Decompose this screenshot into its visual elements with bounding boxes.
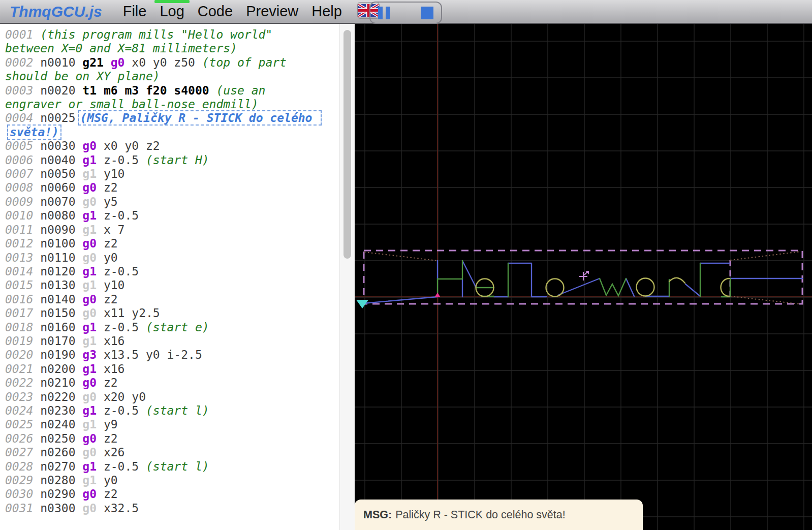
menu-item-code[interactable]: Code bbox=[191, 0, 239, 23]
gcode-line: 0018 n0160 g1 z-0.5 (start e) bbox=[5, 321, 325, 334]
gcode-line: 0016 n0140 g0 z2 bbox=[5, 293, 325, 306]
gcode-token: n0060 bbox=[40, 181, 82, 194]
gcode-token: n0270 bbox=[40, 460, 82, 473]
gcode-line: 0028 n0270 g1 z-0.5 (start l) bbox=[5, 460, 325, 474]
gcode-line: 0005 n0030 g0 x0 y0 z2 bbox=[5, 139, 325, 153]
menu-item-help[interactable]: Help bbox=[305, 0, 349, 23]
gcode-line: 0027 n0260 g0 x26 bbox=[5, 446, 325, 459]
gcode-token: n0025 bbox=[40, 111, 75, 124]
gcode-token: n0030 bbox=[40, 139, 82, 152]
line-number: 0014 bbox=[5, 265, 40, 278]
gcode-token: y9 bbox=[104, 418, 118, 431]
gcode-token: g0 bbox=[82, 139, 104, 152]
gcode-token: y10 bbox=[104, 167, 125, 180]
stop-button[interactable] bbox=[421, 7, 433, 19]
gcode-line: 0010 n0080 g1 z-0.5 bbox=[5, 209, 325, 223]
gcode-token: n0070 bbox=[40, 195, 82, 208]
msg-overlay: MSG: Paličky R - STICK do celého světa! bbox=[355, 500, 643, 530]
gcode-token: g21 bbox=[82, 56, 110, 69]
code-scrollbar[interactable] bbox=[339, 24, 355, 530]
gcode-token: n0040 bbox=[40, 153, 82, 167]
gcode-token: g0 bbox=[82, 376, 104, 389]
gcode-line: 0007 n0050 g1 y10 bbox=[5, 167, 325, 181]
line-number: 0012 bbox=[5, 237, 40, 250]
comment: (start l) bbox=[146, 404, 209, 417]
gcode-token: t1 m6 m3 f20 s4000 bbox=[82, 84, 216, 97]
line-number: 0003 bbox=[5, 84, 40, 97]
gcode-line: 0012 n0100 g0 z2 bbox=[5, 237, 325, 251]
gcode-token: x20 y0 bbox=[104, 390, 146, 403]
comment: (start l) bbox=[146, 460, 209, 473]
gcode-line: 0003 n0020 t1 m6 m3 f20 s4000 (use an en… bbox=[5, 84, 325, 112]
menu-bar: ThmqGCU.js FileLogCodePreviewHelp bbox=[0, 0, 812, 24]
toolpath-viewer[interactable] bbox=[355, 24, 812, 530]
gcode-token: x13.5 y0 i-2.5 bbox=[104, 348, 202, 361]
gcode-token: z2 bbox=[104, 181, 118, 194]
gcode-token: g1 bbox=[82, 418, 104, 431]
gcode-token: z-0.5 bbox=[104, 321, 146, 334]
gcode-token: n0220 bbox=[40, 390, 82, 403]
gcode-token: n0200 bbox=[40, 362, 82, 376]
line-number: 0031 bbox=[5, 502, 40, 515]
gcode-line: 0025 n0240 g1 y9 bbox=[5, 418, 325, 431]
gcode-token: g0 bbox=[82, 306, 104, 320]
menu-item-file[interactable]: File bbox=[116, 0, 153, 23]
menu-item-log[interactable]: Log bbox=[153, 0, 191, 23]
line-number: 0025 bbox=[5, 418, 40, 431]
gcode-token: g0 bbox=[82, 432, 104, 445]
gcode-line: 0011 n0090 g1 x 7 bbox=[5, 223, 325, 237]
gcode-token: y10 bbox=[104, 278, 125, 292]
gcode-token: y5 bbox=[104, 195, 118, 208]
app-title: ThmqGCU.js bbox=[10, 0, 102, 23]
line-number: 0010 bbox=[5, 209, 40, 222]
gcode-line: 0002 n0010 g21 g0 x0 y0 z50 (top of part… bbox=[5, 56, 325, 84]
gcode-line: 0001 (this program mills "Hello world" b… bbox=[5, 28, 325, 56]
pause-button[interactable] bbox=[378, 7, 390, 19]
gcode-token: n0170 bbox=[40, 334, 82, 348]
menu-item-preview[interactable]: Preview bbox=[239, 0, 305, 23]
gcode-line: 0008 n0060 g0 z2 bbox=[5, 181, 325, 195]
gcode-token: n0230 bbox=[40, 404, 82, 417]
gcode-token: z-0.5 bbox=[104, 460, 146, 473]
gcode-token: g1 bbox=[82, 362, 104, 376]
gcode-line: 0009 n0070 g0 y5 bbox=[5, 195, 325, 209]
gcode-token: z2 bbox=[104, 432, 118, 445]
gcode-token: n0190 bbox=[40, 348, 82, 361]
line-number: 0006 bbox=[5, 153, 40, 167]
line-number: 0007 bbox=[5, 167, 40, 180]
gcode-token: g1 bbox=[82, 278, 104, 292]
line-number: 0021 bbox=[5, 362, 40, 376]
line-number: 0015 bbox=[5, 278, 40, 292]
gcode-token: g0 bbox=[82, 251, 104, 264]
gcode-token: n0090 bbox=[40, 223, 82, 236]
gcode-token: n0100 bbox=[40, 237, 82, 250]
line-number: 0029 bbox=[5, 474, 40, 487]
line-number: 0030 bbox=[5, 487, 40, 501]
gcode-token: x32.5 bbox=[104, 502, 139, 515]
gcode-token: y0 bbox=[104, 251, 118, 264]
gcode-line: 0021 n0200 g1 x16 bbox=[5, 362, 325, 376]
gcode-token: g1 bbox=[82, 474, 104, 487]
gcode-token: g0 bbox=[82, 502, 104, 515]
gcode-token: z2 bbox=[104, 376, 118, 389]
gcode-token: x16 bbox=[104, 334, 125, 348]
gcode-token: n0150 bbox=[40, 306, 82, 320]
gcode-line: 0024 n0230 g1 z-0.5 (start l) bbox=[5, 404, 325, 418]
line-number: 0018 bbox=[5, 321, 40, 334]
gcode-token: g1 bbox=[82, 404, 104, 417]
line-number: 0020 bbox=[5, 348, 40, 361]
gcode-token: g0 bbox=[82, 293, 104, 306]
comment: (start H) bbox=[146, 153, 209, 167]
scrollbar-thumb[interactable] bbox=[343, 30, 351, 259]
gcode-token: g1 bbox=[82, 153, 104, 167]
line-number: 0001 bbox=[5, 28, 40, 41]
gcode-token: x0 y0 z50 bbox=[132, 56, 202, 69]
gcode-token: x0 y0 z2 bbox=[104, 139, 160, 152]
gcode-log-panel[interactable]: 0001 (this program mills "Hello world" b… bbox=[0, 24, 339, 530]
gcode-token: n0160 bbox=[40, 321, 82, 334]
gcode-line: 0026 n0250 g0 z2 bbox=[5, 432, 325, 446]
active-tab-indicator bbox=[154, 0, 189, 3]
gcode-token: z2 bbox=[104, 487, 118, 501]
gcode-token: n0290 bbox=[40, 487, 82, 501]
gcode-line: 0022 n0210 g0 z2 bbox=[5, 376, 325, 390]
